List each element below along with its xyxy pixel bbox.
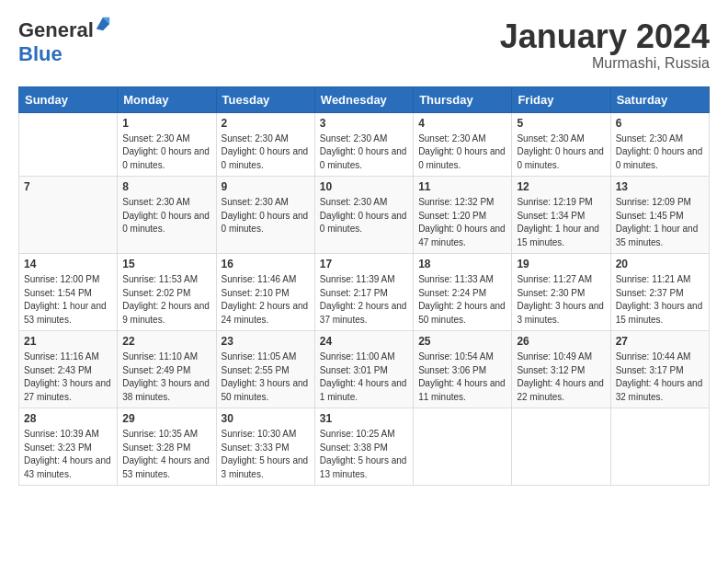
month-title: January 2024 [500,18,710,55]
calendar-cell: 5Sunset: 2:30 AM Daylight: 0 hours and 0… [512,112,610,177]
day-number: 18 [418,258,506,270]
logo-general-text: General [18,18,94,42]
calendar-cell: 14Sunrise: 12:00 PM Sunset: 1:54 PM Dayl… [19,254,118,331]
header: General Blue January 2024 Murmashi, Russ… [18,18,710,72]
calendar-cell: 12Sunrise: 12:19 PM Sunset: 1:34 PM Dayl… [512,177,610,254]
calendar-cell: 19Sunrise: 11:27 AM Sunset: 2:30 PM Dayl… [512,254,610,331]
calendar-cell: 7 [19,177,118,254]
day-number: 20 [616,258,704,270]
calendar-cell [512,408,610,486]
day-number: 19 [517,258,605,270]
day-info: Sunrise: 12:32 PM Sunset: 1:20 PM Daylig… [418,196,506,249]
calendar-cell: 6Sunset: 2:30 AM Daylight: 0 hours and 0… [610,112,709,177]
calendar-week-row: 28Sunrise: 10:39 AM Sunset: 3:23 PM Dayl… [19,408,710,486]
day-number: 23 [222,335,310,348]
day-info: Sunrise: 11:39 AM Sunset: 2:17 PM Daylig… [320,273,408,327]
day-number: 26 [517,335,605,348]
day-number: 3 [320,117,408,130]
calendar-cell: 20Sunrise: 11:21 AM Sunset: 2:37 PM Dayl… [610,254,709,331]
day-number: 22 [122,335,210,348]
day-info: Sunrise: 11:53 AM Sunset: 2:02 PM Daylig… [122,273,210,327]
day-number: 1 [122,117,210,130]
day-info: Sunrise: 11:05 AM Sunset: 2:55 PM Daylig… [222,350,310,404]
weekday-header: Saturday [610,86,709,112]
calendar-cell: 16Sunrise: 11:46 AM Sunset: 2:10 PM Dayl… [216,254,314,331]
logo-blue-text: Blue [18,42,63,65]
calendar-cell: 2Sunset: 2:30 AM Daylight: 0 hours and 0… [216,112,314,177]
day-info: Sunset: 2:30 AM Daylight: 0 hours and 0 … [122,196,210,236]
day-number: 31 [320,412,408,425]
day-info: Sunset: 2:30 AM Daylight: 0 hours and 0 … [616,132,704,173]
calendar-cell: 25Sunrise: 10:54 AM Sunset: 3:06 PM Dayl… [414,331,512,408]
calendar-cell [610,408,709,486]
calendar-cell: 27Sunrise: 10:44 AM Sunset: 3:17 PM Dayl… [610,331,709,408]
day-info: Sunrise: 10:44 AM Sunset: 3:17 PM Daylig… [616,350,704,404]
day-number: 27 [616,335,704,348]
day-info: Sunrise: 10:30 AM Sunset: 3:33 PM Daylig… [222,428,310,481]
day-number: 12 [517,180,605,193]
day-number: 8 [122,180,210,193]
day-info: Sunrise: 10:39 AM Sunset: 3:23 PM Daylig… [24,428,112,481]
weekday-header-row: SundayMondayTuesdayWednesdayThursdayFrid… [19,86,710,112]
day-number: 24 [320,335,408,348]
calendar-week-row: 78Sunset: 2:30 AM Daylight: 0 hours and … [19,177,710,254]
day-info: Sunrise: 12:09 PM Sunset: 1:45 PM Daylig… [616,196,704,249]
day-info: Sunrise: 11:27 AM Sunset: 2:30 PM Daylig… [517,273,605,327]
day-number: 7 [24,180,112,193]
calendar-cell: 21Sunrise: 11:16 AM Sunset: 2:43 PM Dayl… [19,331,118,408]
weekday-header: Friday [512,86,610,112]
day-number: 15 [122,258,210,270]
day-info: Sunset: 2:30 AM Daylight: 0 hours and 0 … [222,196,310,236]
day-info: Sunset: 2:30 AM Daylight: 0 hours and 0 … [320,132,408,173]
day-number: 28 [24,412,112,425]
day-number: 29 [122,412,210,425]
calendar-cell: 24Sunrise: 11:00 AM Sunset: 3:01 PM Dayl… [314,331,413,408]
calendar-week-row: 21Sunrise: 11:16 AM Sunset: 2:43 PM Dayl… [19,331,710,408]
day-info: Sunrise: 11:00 AM Sunset: 3:01 PM Daylig… [320,350,408,404]
day-number: 21 [24,335,112,348]
weekday-header: Wednesday [314,86,413,112]
day-info: Sunrise: 11:10 AM Sunset: 2:49 PM Daylig… [122,350,210,404]
calendar-cell: 26Sunrise: 10:49 AM Sunset: 3:12 PM Dayl… [512,331,610,408]
day-number: 14 [24,258,112,270]
calendar-week-row: 1Sunset: 2:30 AM Daylight: 0 hours and 0… [19,112,710,177]
day-info: Sunset: 2:30 AM Daylight: 0 hours and 0 … [122,132,210,173]
calendar-cell: 18Sunrise: 11:33 AM Sunset: 2:24 PM Dayl… [414,254,512,331]
weekday-header: Tuesday [216,86,314,112]
location: Murmashi, Russia [500,55,710,72]
weekday-header: Thursday [414,86,512,112]
day-info: Sunrise: 11:21 AM Sunset: 2:37 PM Daylig… [616,273,704,327]
calendar-cell: 17Sunrise: 11:39 AM Sunset: 2:17 PM Dayl… [314,254,413,331]
day-number: 25 [418,335,506,348]
day-info: Sunset: 2:30 AM Daylight: 0 hours and 0 … [517,132,605,173]
logo: General Blue [18,18,111,66]
calendar-cell: 9Sunset: 2:30 AM Daylight: 0 hours and 0… [216,177,314,254]
calendar-cell: 23Sunrise: 11:05 AM Sunset: 2:55 PM Dayl… [216,331,314,408]
day-info: Sunrise: 11:33 AM Sunset: 2:24 PM Daylig… [418,273,506,327]
calendar-cell: 3Sunset: 2:30 AM Daylight: 0 hours and 0… [314,112,413,177]
calendar-cell: 8Sunset: 2:30 AM Daylight: 0 hours and 0… [118,177,216,254]
calendar-cell [19,112,118,177]
calendar-week-row: 14Sunrise: 12:00 PM Sunset: 1:54 PM Dayl… [19,254,710,331]
title-block: January 2024 Murmashi, Russia [500,18,710,72]
day-number: 13 [616,180,704,193]
day-number: 2 [222,117,310,130]
calendar-cell [414,408,512,486]
day-info: Sunset: 2:30 AM Daylight: 0 hours and 0 … [418,132,506,173]
day-info: Sunset: 2:30 AM Daylight: 0 hours and 0 … [320,196,408,236]
calendar-cell: 1Sunset: 2:30 AM Daylight: 0 hours and 0… [118,112,216,177]
day-info: Sunrise: 10:25 AM Sunset: 3:38 PM Daylig… [320,428,408,481]
day-info: Sunrise: 11:16 AM Sunset: 2:43 PM Daylig… [24,350,112,404]
calendar-cell: 10Sunset: 2:30 AM Daylight: 0 hours and … [314,177,413,254]
day-info: Sunrise: 10:49 AM Sunset: 3:12 PM Daylig… [517,350,605,404]
day-info: Sunset: 2:30 AM Daylight: 0 hours and 0 … [222,132,310,173]
calendar-cell: 31Sunrise: 10:25 AM Sunset: 3:38 PM Dayl… [314,408,413,486]
day-info: Sunrise: 12:19 PM Sunset: 1:34 PM Daylig… [517,196,605,249]
calendar-cell: 22Sunrise: 11:10 AM Sunset: 2:49 PM Dayl… [118,331,216,408]
calendar: SundayMondayTuesdayWednesdayThursdayFrid… [18,86,710,487]
day-info: Sunrise: 11:46 AM Sunset: 2:10 PM Daylig… [222,273,310,327]
day-number: 30 [222,412,310,425]
calendar-cell: 13Sunrise: 12:09 PM Sunset: 1:45 PM Dayl… [610,177,709,254]
day-number: 5 [517,117,605,130]
day-number: 10 [320,180,408,193]
